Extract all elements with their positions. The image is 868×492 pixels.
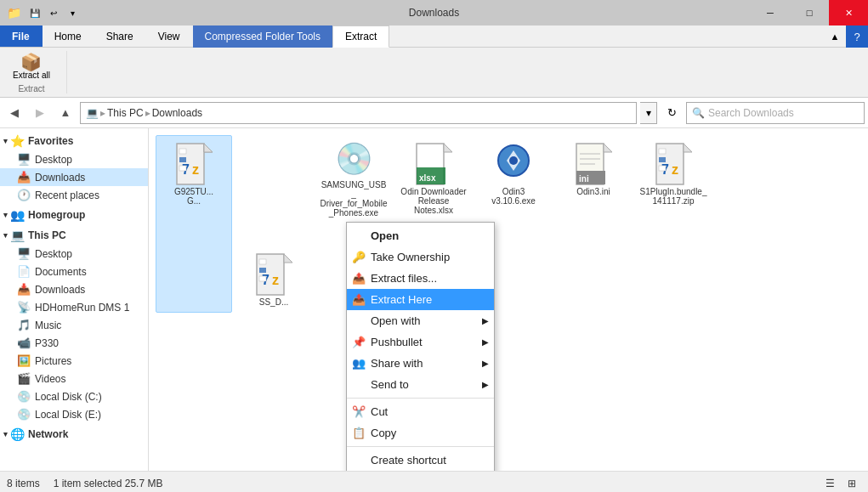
cm-take-ownership-label: Take Ownership — [371, 251, 450, 263]
sidebar-section-network: ▾ 🌐 Network — [0, 425, 148, 444]
file-item-s1plugin[interactable]: 7 z S1PlugIn.bundle_141117.zip — [635, 135, 712, 313]
tab-extract-label: Extract — [345, 31, 377, 42]
documents-label: Documents — [35, 266, 87, 278]
address-box[interactable]: 💻 ▸ This PC ▸ Downloads — [80, 102, 637, 124]
app-icon: 📁 — [7, 6, 21, 20]
favorites-label: Favorites — [28, 135, 73, 147]
cm-share-with[interactable]: 👥 Share with ▶ — [347, 353, 494, 374]
sidebar-item-documents[interactable]: 📄 Documents — [0, 263, 148, 280]
file-icon-odin3-ini: ini — [572, 141, 615, 187]
network-header[interactable]: ▾ 🌐 Network — [0, 425, 148, 444]
favorites-icon: ⭐ — [10, 134, 25, 148]
favorites-header[interactable]: ▾ ⭐ Favorites — [0, 132, 148, 150]
cm-create-shortcut[interactable]: Create shortcut — [347, 450, 494, 471]
sidebar-item-desktop-fav[interactable]: 🖥️ Desktop — [0, 150, 148, 168]
file-name-samsung: SAMSUNG_USB_Driver_for_Mobile_Phones.exe — [320, 180, 388, 218]
cm-create-shortcut-label: Create shortcut — [371, 454, 446, 467]
view-details-btn[interactable]: ☰ — [820, 474, 839, 493]
sidebar-item-local-c[interactable]: 💿 Local Disk (C:) — [0, 387, 148, 405]
network-arrow: ▾ — [3, 430, 8, 438]
sidebar-item-downloads-fav[interactable]: 📥 Downloads — [0, 168, 148, 186]
sidebar-item-music[interactable]: 🎵 Music — [0, 316, 148, 334]
sidebar-item-videos[interactable]: 🎬 Videos — [0, 370, 148, 387]
forward-btn[interactable]: ▶ — [29, 102, 51, 124]
thispc-label: This PC — [28, 229, 66, 241]
tab-compressed[interactable]: Compressed Folder Tools — [193, 25, 333, 48]
music-label: Music — [35, 320, 61, 331]
network-label: Network — [28, 428, 68, 440]
cm-send-to-label: Send to — [371, 378, 409, 391]
tab-home[interactable]: Home — [43, 25, 94, 47]
file-item-g925tu[interactable]: 7 z G925TU...G... — [156, 135, 232, 313]
path-downloads: Downloads — [152, 107, 202, 119]
desktop-fav-icon: 🖥️ — [17, 153, 31, 166]
music-icon: 🎵 — [17, 319, 31, 331]
sidebar-item-hdhomerun[interactable]: 📡 HDHomeRun DMS 1 — [0, 298, 148, 316]
svg-rect-6 — [179, 149, 186, 154]
sidebar-item-recent-places[interactable]: 🕐 Recent places — [0, 186, 148, 204]
tab-home-label: Home — [54, 31, 82, 42]
quick-undo-btn[interactable]: ↩ — [45, 4, 62, 21]
homegroup-header[interactable]: ▾ 👥 Homegroup — [0, 206, 148, 224]
quick-save-btn[interactable]: 💾 — [26, 4, 43, 21]
downloads-pc-icon: 📥 — [17, 283, 31, 296]
svg-marker-17 — [444, 144, 452, 152]
up-btn[interactable]: ▲ — [54, 102, 77, 124]
favorites-arrow: ▾ — [3, 137, 8, 145]
sidebar-item-pictures[interactable]: 🖼️ Pictures — [0, 352, 148, 370]
cm-copy[interactable]: 📋 Copy — [347, 422, 494, 444]
cm-cut[interactable]: ✂️ Cut — [347, 401, 494, 422]
help-btn[interactable]: ? — [846, 25, 868, 48]
back-btn[interactable]: ◀ — [3, 102, 26, 124]
view-large-btn[interactable]: ⊞ — [842, 474, 861, 493]
svg-text:z: z — [672, 162, 678, 177]
cm-copy-label: Copy — [371, 427, 396, 439]
quick-dropdown-btn[interactable]: ▾ — [64, 4, 81, 21]
svg-point-21 — [509, 156, 518, 165]
file-name-s1plugin: S1PlugIn.bundle_141117.zip — [640, 187, 707, 206]
tab-extract[interactable]: Extract — [332, 25, 389, 48]
file-icon-g925tu: 7 z — [173, 141, 215, 187]
share-with-arrow: ▶ — [482, 359, 489, 368]
svg-marker-30 — [684, 144, 692, 152]
file-icon-ssd: 7 z — [252, 252, 295, 297]
cm-open-with[interactable]: Open with ▶ — [347, 310, 494, 331]
cm-open[interactable]: Open — [347, 225, 494, 246]
cm-extract-here[interactable]: 📤 Extract Here — [347, 289, 494, 310]
sidebar-item-desktop-pc[interactable]: 🖥️ Desktop — [0, 245, 148, 263]
cm-send-to[interactable]: Send to ▶ — [347, 374, 494, 395]
address-dropdown-btn[interactable]: ▾ — [640, 102, 657, 124]
sidebar-item-p330[interactable]: 📹 P330 — [0, 334, 148, 352]
recent-places-label: Recent places — [35, 189, 99, 201]
cm-extract-files[interactable]: 📤 Extract files... — [347, 268, 494, 289]
open-with-arrow: ▶ — [482, 316, 489, 325]
extract-all-btn[interactable]: 📦 Extract all — [7, 51, 56, 82]
tab-share[interactable]: Share — [94, 25, 146, 47]
extract-group-label: Extract — [18, 84, 44, 93]
hdhomerun-label: HDHomeRun DMS 1 — [35, 302, 129, 314]
p330-label: P330 — [35, 337, 59, 349]
minimize-btn[interactable]: ─ — [751, 0, 790, 25]
sidebar-item-downloads-pc[interactable]: 📥 Downloads — [0, 280, 148, 298]
close-btn[interactable]: ✕ — [829, 0, 868, 25]
refresh-btn[interactable]: ↻ — [661, 102, 683, 124]
sidebar-section-favorites: ▾ ⭐ Favorites 🖥️ Desktop 📥 Downloads 🕐 R… — [0, 132, 148, 204]
maximize-btn[interactable]: □ — [790, 0, 829, 25]
file-icon-odin3-exe — [492, 141, 535, 187]
cm-share-with-label: Share with — [371, 357, 423, 370]
thispc-header[interactable]: ▾ 💻 This PC — [0, 226, 148, 245]
statusbar-right: ☰ ⊞ — [820, 474, 861, 493]
search-box[interactable]: 🔍 Search Downloads — [686, 102, 865, 124]
file-item-ssd[interactable]: 7 z SS_D... — [235, 246, 312, 313]
ribbon-collapse-btn[interactable]: ▲ — [824, 25, 846, 48]
cm-pushbullet[interactable]: 📌 Pushbullet ▶ — [347, 331, 494, 353]
file-item-odin3-ini[interactable]: ini Odin3.ini — [555, 135, 632, 313]
desktop-fav-label: Desktop — [35, 154, 72, 166]
sidebar-item-local-e[interactable]: 💿 Local Disk (E:) — [0, 405, 148, 423]
tab-file[interactable]: File — [0, 25, 43, 47]
cm-take-ownership[interactable]: 🔑 Take Ownership — [347, 246, 494, 268]
svg-rect-8 — [179, 166, 186, 171]
titlebar-left: 📁 💾 ↩ ▾ — [7, 4, 81, 21]
main-content: ▾ ⭐ Favorites 🖥️ Desktop 📥 Downloads 🕐 R… — [0, 128, 868, 471]
tab-view[interactable]: View — [146, 25, 193, 47]
